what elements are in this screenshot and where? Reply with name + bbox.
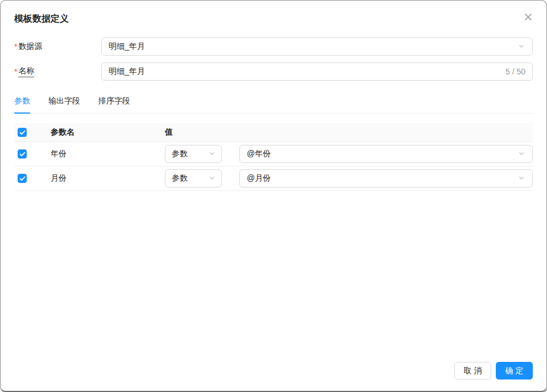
cancel-button[interactable]: 取 消 (454, 362, 491, 380)
form-area: * 数据源 明细_年月 * 名称 (14, 37, 533, 81)
template-data-dialog: 模板数据定义 * 数据源 明细_年月 (0, 0, 547, 392)
chevron-down-icon (517, 174, 525, 184)
required-asterisk: * (14, 67, 17, 76)
chevron-down-icon (517, 42, 525, 52)
param-type-value: 参数 (172, 149, 188, 159)
char-counter: 5 / 50 (505, 67, 525, 76)
chevron-down-icon (208, 174, 216, 184)
check-icon (19, 149, 26, 159)
select-all-checkbox[interactable] (18, 128, 27, 137)
param-value: @年份 (247, 149, 271, 159)
datasource-label-wrap: * 数据源 (14, 41, 101, 52)
param-value: @月份 (247, 173, 271, 184)
param-type-select[interactable]: 参数 (165, 145, 222, 163)
table-row: 月份 参数 @月份 (14, 166, 533, 191)
param-value-select[interactable]: @月份 (239, 169, 533, 187)
table-header-row: 参数名 值 (14, 123, 533, 142)
name-label: 名称 (18, 66, 34, 77)
dialog-footer: 取 消 确 定 (454, 362, 533, 380)
name-input-value: 明细_年月 (109, 66, 145, 77)
required-asterisk: * (14, 42, 17, 51)
tab-parameters[interactable]: 参数 (14, 90, 30, 113)
row-checkbox[interactable] (18, 174, 27, 183)
close-icon (524, 12, 533, 23)
param-name-cell: 年份 (44, 149, 159, 159)
table-row: 年份 参数 @年份 (14, 142, 533, 166)
dialog-title: 模板数据定义 (14, 12, 533, 26)
name-label-wrap: * 名称 (14, 66, 101, 77)
datasource-select[interactable]: 明细_年月 (101, 37, 533, 56)
header-value: 值 (159, 127, 533, 137)
tab-bar: 参数 输出字段 排序字段 (14, 90, 533, 114)
parameter-table: 参数名 值 年份 参数 (14, 123, 533, 191)
name-row: * 名称 明细_年月 5 / 50 (14, 62, 533, 81)
datasource-label: 数据源 (18, 41, 42, 52)
param-name-cell: 月份 (44, 173, 159, 184)
param-value-select[interactable]: @年份 (239, 145, 533, 163)
param-type-value: 参数 (172, 173, 188, 184)
row-checkbox[interactable] (18, 149, 27, 159)
name-input[interactable]: 明细_年月 5 / 50 (101, 62, 533, 81)
chevron-down-icon (517, 149, 525, 159)
check-icon (19, 174, 26, 183)
datasource-select-value: 明细_年月 (109, 41, 145, 52)
tab-sort-fields[interactable]: 排序字段 (98, 90, 130, 113)
chevron-down-icon (208, 149, 216, 159)
header-param-name: 参数名 (44, 127, 159, 137)
close-button[interactable] (523, 12, 534, 23)
tab-output-fields[interactable]: 输出字段 (48, 90, 80, 113)
datasource-row: * 数据源 明细_年月 (14, 37, 533, 56)
check-icon (19, 128, 26, 137)
confirm-button[interactable]: 确 定 (496, 362, 533, 380)
param-type-select[interactable]: 参数 (165, 169, 222, 187)
